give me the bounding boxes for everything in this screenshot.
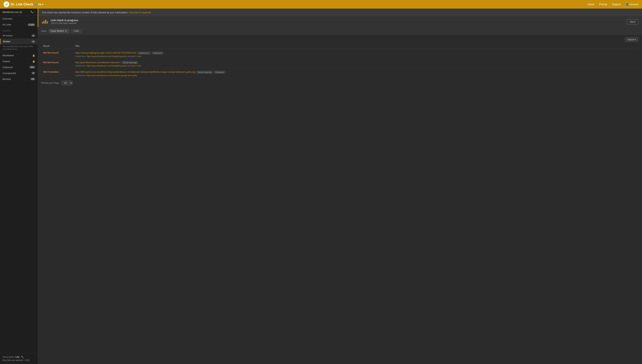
linked-from: Linked from: https://grow.klientboost.co… (75, 55, 637, 57)
add-filter-button[interactable]: + Add... (71, 29, 82, 33)
unsupported-badge: 4 (32, 72, 35, 74)
result-status-cell: 404 Not found (41, 58, 74, 68)
all-links-badge: 1,500 (28, 24, 35, 26)
wrench-icon[interactable]: 🔧 (21, 356, 24, 358)
result-url-cell: http://grow.klientboost.com/adwords-hall… (74, 58, 638, 68)
sidebar-header: klientboost.com (2) 🔧 + (0, 8, 38, 16)
progress-icon (42, 20, 48, 24)
result-status: 404 Not found (43, 52, 58, 54)
filter-remove-button[interactable]: ✕ (65, 30, 67, 32)
result-tag: Outbound (152, 52, 163, 54)
col-result: Result (41, 43, 74, 49)
export-button[interactable]: Export ▾ (625, 37, 638, 42)
linked-from-link[interactable]: https://grow.klientboost.com/monstrous-g… (87, 74, 137, 76)
all-issues-badge: 3 (32, 34, 35, 37)
sidebar-nav: Overview All Links 1,500 Issues All Issu… (0, 16, 38, 353)
home-link[interactable]: Home (588, 3, 594, 6)
result-status-cell: 403 Forbidden (41, 68, 74, 78)
broken-badge: 3 (32, 40, 35, 43)
filter-tag-broken: Issue: Broken ✕ (49, 29, 69, 33)
result-url-link[interactable]: http://d9hhrg4mnvzow.cloudfront.net/grow… (75, 71, 195, 73)
blocked-badge: 53 (30, 78, 35, 80)
sidebar-item-parked[interactable]: Parked 🔒 (0, 58, 38, 64)
sidebar-item-broken[interactable]: Broken 3 (0, 38, 38, 44)
pricing-link[interactable]: Pricing (599, 3, 607, 6)
table-row: 404 Not foundhttp://grow.klientboost.com… (41, 58, 638, 68)
result-tag: Outbound (214, 71, 225, 74)
result-tag: <frame src> (138, 52, 151, 54)
result-status-cell: 404 Not found (41, 49, 74, 58)
col-url: URL (74, 43, 638, 49)
app-name: Dr. Link Check (11, 2, 33, 6)
result-url-cell: http://d9hhrg4mnvzow.cloudfront.net/grow… (74, 68, 638, 78)
table-row: 404 Not foundhttps://www.googletagmanage… (41, 49, 638, 58)
bar-1 (42, 22, 43, 24)
sidebar-item-overview[interactable]: Overview (0, 16, 38, 22)
result-url-link[interactable]: http://grow.klientboost.com/adwords-hall… (75, 61, 120, 64)
site-title: klientboost.com (2) (2, 11, 29, 14)
upgrade-banner: This check has reached the maximum numbe… (38, 8, 642, 16)
account-link[interactable]: 👤 Account (626, 3, 638, 6)
result-tag: Social meta tag (196, 71, 213, 74)
result-tag: Social meta tag (122, 61, 138, 64)
main-content: This check has reached the maximum numbe… (38, 8, 642, 364)
upgrade-link[interactable]: Click here to upgrade. (129, 11, 152, 14)
bar-3 (45, 20, 46, 24)
sidebar-item-unsupported[interactable]: Unsupported 4 (0, 70, 38, 76)
sidebar-item-blacklisted[interactable]: Blacklisted 🔒 (0, 52, 38, 58)
logo-icon: 🔗 (4, 2, 9, 7)
result-status: 404 Not found (43, 61, 58, 64)
results-footer: Results per Page: 20 50 100 (41, 78, 638, 88)
sidebar-bottom: Subscription: Lite 🔧 Max links per websi… (0, 353, 38, 364)
support-link[interactable]: Support (612, 3, 621, 6)
lang-selector[interactable]: 🌐 EN ▾ (34, 3, 43, 6)
sidebar-item-outbound[interactable]: Outbound 231 (0, 64, 38, 70)
issues-section-label: Issues (0, 28, 38, 32)
result-url-cell: https://www.googletagmanager.com/ns.html… (74, 49, 638, 58)
linked-from-link[interactable]: https://grow.klientboost.com/retargeting… (87, 65, 127, 67)
bar-2 (44, 21, 44, 24)
topnav: 🔗 Dr. Link Check 🌐 EN ▾ Home Pricing Sup… (0, 0, 642, 8)
outbound-badge: 231 (30, 66, 35, 68)
result-status: 403 Forbidden (43, 70, 59, 73)
layout: klientboost.com (2) 🔧 + Overview All Lin… (0, 8, 642, 364)
app-logo: 🔗 Dr. Link Check 🌐 EN ▾ (4, 2, 43, 7)
blacklisted-lock-icon: 🔒 (32, 54, 35, 57)
results-area: Export ▾ Result URL 404 Not foundhttps:/… (38, 35, 642, 92)
linked-from-link[interactable]: https://grow.klientboost.com/retargeting… (87, 55, 127, 57)
sidebar-item-all-links[interactable]: All Links 1,500 (0, 22, 38, 28)
linked-from: Linked from: https://grow.klientboost.co… (75, 74, 637, 76)
sidebar-tools[interactable]: 🔧 + (30, 11, 35, 14)
sidebar-item-blocked[interactable]: Blocked 53 (0, 76, 38, 82)
progress-text: Link check in progress. 736 of 1,500 lin… (51, 19, 624, 24)
bar-4 (47, 21, 48, 24)
filter-bar: Filter: Issue: Broken ✕ + Add... (38, 27, 642, 35)
linked-from: Linked from: https://grow.klientboost.co… (75, 65, 637, 67)
parked-lock-icon: 🔒 (32, 60, 35, 63)
table-row: 403 Forbiddenhttp://d9hhrg4mnvzow.cloudf… (41, 68, 638, 78)
topnav-links: Home Pricing Support 👤 Account (588, 3, 638, 6)
results-header: Export ▾ (41, 35, 638, 43)
broken-tooltip: Non-working links that cause 404s and ot… (0, 44, 38, 52)
results-table: Result URL 404 Not foundhttps://www.goog… (41, 43, 638, 78)
sidebar: klientboost.com (2) 🔧 + Overview All Lin… (0, 8, 38, 364)
sidebar-item-all-issues[interactable]: All Issues 3 (0, 32, 38, 38)
per-page-select[interactable]: 20 50 100 (62, 80, 73, 85)
abort-button[interactable]: Abort (627, 19, 638, 24)
progress-banner: Link check in progress. 736 of 1,500 lin… (38, 16, 642, 27)
filter-label: Filter: (41, 30, 47, 32)
result-url-link[interactable]: https://www.googletagmanager.com/ns.html… (75, 52, 136, 54)
